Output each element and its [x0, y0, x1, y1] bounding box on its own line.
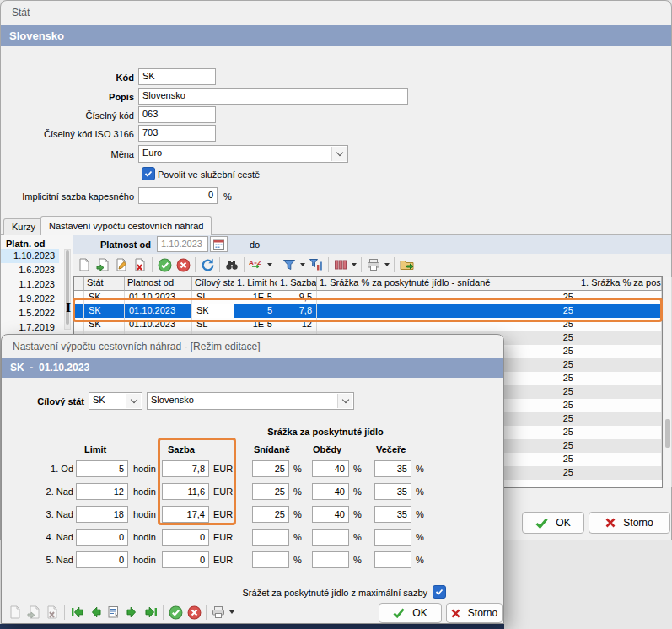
grid-column-header[interactable]: 1. Srážka % za poskytnuté jídlo - snídan… [317, 277, 578, 291]
edit-record-button[interactable] [112, 255, 131, 274]
grid-scrollbar[interactable] [664, 277, 672, 487]
platnost-list-item[interactable]: 1.7.2019 [1, 320, 59, 335]
grid-cell[interactable]: SK [84, 304, 125, 318]
snidane-input[interactable]: 25 [252, 483, 289, 500]
obedy-input[interactable] [312, 551, 349, 568]
snidane-input[interactable]: 25 [252, 506, 289, 523]
grid-cell[interactable]: SK [192, 304, 234, 318]
grid-cell[interactable]: 5 [234, 304, 277, 318]
grid-cell[interactable] [578, 412, 662, 426]
vecere-input[interactable]: 35 [374, 506, 411, 523]
grid-cell[interactable] [578, 318, 662, 331]
tab-nastaveni-nahrad[interactable]: Nastavení vypočtu cestovních náhrad [40, 216, 212, 235]
accept-button[interactable] [155, 255, 174, 274]
chevron-down-icon[interactable] [331, 147, 347, 161]
prev-record-button[interactable] [86, 603, 105, 621]
limit-input[interactable]: 5 [76, 460, 128, 477]
grid-column-header[interactable]: 1. Srážka % za pos [578, 277, 662, 291]
grid-column-header[interactable]: 1. Limit hodin [234, 277, 277, 291]
grid-cell[interactable] [578, 304, 662, 318]
obedy-input[interactable]: 40 [312, 483, 349, 500]
grid-cell[interactable] [578, 453, 662, 466]
print-dropdown-caret[interactable] [384, 263, 390, 266]
print-button[interactable] [209, 603, 228, 621]
obedy-input[interactable]: 40 [312, 506, 349, 523]
copy-record-button[interactable] [94, 255, 112, 274]
grid-cell[interactable]: 1E-5 [234, 318, 277, 331]
calendar-button[interactable] [210, 236, 228, 252]
obedy-input[interactable] [312, 529, 349, 546]
platnost-list-item[interactable]: 1.5.2022 [1, 306, 59, 320]
popis-input[interactable]: Slovensko [138, 88, 408, 105]
dialog-ok-button[interactable]: OK [379, 603, 442, 623]
grid-cell[interactable]: SI [192, 291, 234, 304]
dialog-storno-button[interactable]: Storno [446, 603, 503, 623]
grid-cell[interactable]: 12 [277, 318, 317, 331]
filter-wizard-button[interactable] [307, 255, 325, 274]
grid-row[interactable]: SK01.10.2023SL1E-51225 [74, 318, 662, 331]
platnost-list-item[interactable]: 1.6.2023 [1, 263, 59, 277]
grid-cell[interactable] [578, 291, 662, 304]
cancel-button[interactable] [185, 603, 203, 621]
mena-label[interactable]: Měna [1, 148, 134, 160]
snidane-input[interactable] [252, 551, 289, 568]
srazet-checkbox[interactable] [433, 585, 446, 599]
grid-cell[interactable] [578, 331, 662, 345]
columns-dropdown-caret[interactable] [352, 263, 357, 266]
sort-dropdown-caret[interactable] [267, 263, 272, 266]
chevron-down-icon[interactable] [337, 394, 352, 408]
obedy-input[interactable]: 40 [312, 460, 349, 477]
platnost-list-item[interactable]: 1.10.2023 [1, 249, 59, 263]
tab-kurzy[interactable]: Kurzy [3, 218, 44, 235]
cancel-button[interactable] [174, 255, 192, 274]
main-ok-button[interactable]: OK [522, 512, 584, 534]
grid-cell[interactable] [578, 439, 662, 453]
platnost-list-item[interactable]: 1.9.2022 [1, 292, 59, 306]
ciselny-kod-input[interactable]: 063 [138, 106, 216, 123]
vecere-input[interactable]: 35 [374, 483, 411, 500]
first-record-button[interactable] [67, 603, 86, 621]
main-storno-button[interactable]: Storno [589, 512, 670, 534]
chevron-down-icon[interactable] [126, 394, 141, 408]
grid-cell[interactable]: 9,5 [277, 291, 317, 304]
sazba-input[interactable]: 17,4 [162, 506, 209, 523]
grid-row[interactable]: SK01.10.2023SK57,825 [74, 304, 662, 318]
grid-cell[interactable]: 25 [317, 318, 578, 331]
vecere-input[interactable] [374, 551, 411, 568]
search-button[interactable] [223, 255, 241, 274]
grid-cell[interactable]: SK [84, 291, 125, 304]
sazba-input[interactable]: 11,6 [162, 483, 209, 500]
grid-cell[interactable]: 25 [317, 291, 578, 304]
grid-column-header[interactable]: Cílový stat [192, 277, 234, 291]
sort-az-button[interactable]: AZ [247, 255, 266, 274]
grid-row[interactable]: SK01.10.2023SI1E-59,525 [74, 291, 662, 304]
kod-input[interactable]: SK [138, 68, 216, 85]
sazba-input[interactable]: 0 [162, 529, 209, 546]
limit-input[interactable]: 18 [76, 506, 128, 523]
grid-column-header[interactable]: 1. Sazba [277, 277, 317, 291]
grid-cell[interactable]: 25 [317, 304, 578, 318]
limit-input[interactable]: 12 [76, 483, 128, 500]
delete-record-button[interactable] [43, 603, 62, 621]
accept-button[interactable] [166, 603, 185, 621]
list-scrollbar[interactable] [64, 249, 71, 330]
record-list-button[interactable] [105, 603, 123, 621]
grid-cell[interactable] [578, 426, 662, 439]
snidane-input[interactable] [252, 529, 289, 546]
kapesne-input[interactable]: 0 [138, 187, 218, 204]
grid-cell[interactable] [578, 372, 662, 385]
columns-button[interactable] [331, 255, 350, 274]
platnost-list-item[interactable]: 1.1.2023 [1, 277, 59, 292]
new-record-button[interactable] [75, 255, 94, 274]
limit-input[interactable]: 0 [76, 551, 128, 568]
copy-record-button[interactable] [24, 603, 43, 621]
limit-input[interactable]: 0 [76, 529, 128, 546]
cilovy-stat-code-combo[interactable]: SK [89, 392, 142, 410]
platnost-od-input[interactable]: 1.10.2023 [157, 236, 208, 252]
delete-record-button[interactable] [131, 255, 149, 274]
grid-cell[interactable] [578, 345, 662, 358]
vecere-input[interactable]: 35 [374, 460, 411, 477]
mena-combo[interactable]: Euro [138, 145, 348, 163]
grid-cell[interactable] [578, 385, 662, 399]
last-record-button[interactable] [142, 603, 160, 621]
